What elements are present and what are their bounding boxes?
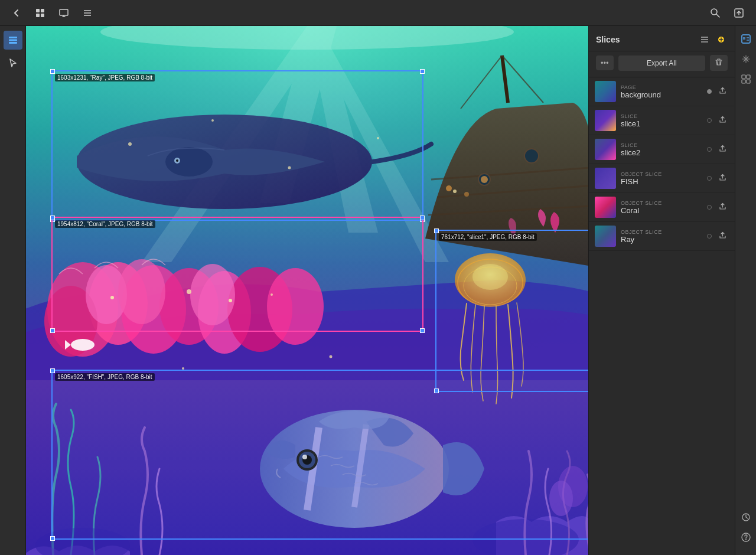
effects-icon-button[interactable] <box>738 51 754 67</box>
slice-dot-slice1 <box>707 118 712 123</box>
svg-point-44 <box>271 293 273 296</box>
svg-rect-76 <box>747 37 749 38</box>
grid-view-button[interactable] <box>31 5 50 21</box>
svg-point-69 <box>549 481 573 516</box>
slice-item-slice1[interactable]: Slice slice1 <box>589 106 735 135</box>
svg-point-61 <box>453 190 457 193</box>
slice-info-ray: Object Slice Ray <box>621 229 702 244</box>
history-icon-button[interactable] <box>738 509 754 525</box>
export-slice-fish[interactable] <box>716 172 729 184</box>
slice-item-background[interactable]: Page background <box>589 77 735 106</box>
slice-thumb-fish <box>595 168 616 189</box>
svg-rect-77 <box>747 40 749 41</box>
canvas-area[interactable]: 1603x1231, "Ray", JPEG, RGB 8-bit 1954x8… <box>26 26 588 555</box>
slices-menu-button[interactable] <box>698 33 711 46</box>
slice-info-slice1: Slice slice1 <box>621 113 702 128</box>
slice-info-slice2: Slice slice2 <box>621 142 702 157</box>
cursor-tool-button[interactable] <box>4 53 22 72</box>
slice-type-fish: Object Slice <box>621 171 702 177</box>
export-slice-coral[interactable] <box>716 201 729 213</box>
delete-button[interactable] <box>710 55 728 71</box>
slice-name-fish: FISH <box>621 177 702 186</box>
slice-dot-slice2 <box>707 147 712 152</box>
slice-name-slice1: slice1 <box>621 119 702 128</box>
slice-type-background: Page <box>621 84 702 90</box>
slice-name-background: background <box>621 90 702 99</box>
export-slice-ray[interactable] <box>716 230 729 242</box>
svg-point-20 <box>176 159 178 162</box>
export-slice-slice2[interactable] <box>716 143 729 155</box>
grid-icon-button[interactable] <box>738 71 754 87</box>
svg-point-64 <box>446 185 452 191</box>
slice-thumb-slice1 <box>595 110 616 131</box>
main-area: 1603x1231, "Ray", JPEG, RGB 8-bit 1954x8… <box>0 26 756 555</box>
svg-point-62 <box>182 367 184 370</box>
slice-thumb-ray <box>595 226 616 247</box>
svg-rect-4 <box>60 9 68 15</box>
slices-header: Slices <box>589 26 735 51</box>
svg-point-84 <box>745 539 747 540</box>
slice-name-coral: Coral <box>621 206 702 215</box>
svg-point-57 <box>128 142 132 146</box>
present-button[interactable] <box>54 5 73 21</box>
svg-point-60 <box>377 137 379 139</box>
menu-button[interactable] <box>78 5 97 21</box>
slice-name-slice2: slice2 <box>621 148 702 157</box>
slice-type-ray: Object Slice <box>621 229 702 235</box>
slices-add-button[interactable] <box>715 33 728 46</box>
svg-rect-79 <box>747 75 750 79</box>
slice-dot-background <box>707 89 712 94</box>
left-toolbar <box>0 26 26 555</box>
slice-dot-ray <box>707 234 712 239</box>
slice-info-background: Page background <box>621 84 702 99</box>
help-icon-button[interactable] <box>738 529 754 546</box>
slices-title: Slices <box>596 35 695 44</box>
svg-point-37 <box>267 268 324 345</box>
svg-point-65 <box>464 192 469 197</box>
layer-panel-button[interactable] <box>4 31 22 50</box>
slice-thumb-coral <box>595 197 616 218</box>
layers-icon-button[interactable] <box>738 31 754 47</box>
slice-item-ray[interactable]: Object Slice Ray <box>589 222 735 251</box>
back-button[interactable] <box>7 5 26 21</box>
more-options-button[interactable]: ••• <box>596 56 614 70</box>
svg-rect-81 <box>747 80 750 83</box>
slice-item-slice2[interactable]: Slice slice2 <box>589 135 735 164</box>
svg-point-41 <box>110 296 114 299</box>
slice-item-fish[interactable]: Object Slice FISH <box>589 164 735 193</box>
svg-point-43 <box>229 299 232 302</box>
svg-rect-11 <box>9 37 17 38</box>
svg-point-18 <box>165 147 213 177</box>
export-button[interactable] <box>729 4 749 22</box>
slice-dot-fish <box>707 176 712 181</box>
svg-line-9 <box>716 14 719 17</box>
top-toolbar <box>0 0 756 26</box>
slice-item-coral[interactable]: Object Slice Coral <box>589 193 735 222</box>
svg-rect-1 <box>41 9 44 12</box>
svg-point-56 <box>302 455 307 459</box>
svg-rect-0 <box>36 9 40 12</box>
slice-type-slice2: Slice <box>621 142 702 148</box>
slice-list: Page background Slice slice1 <box>589 77 735 555</box>
svg-point-42 <box>187 289 191 294</box>
svg-rect-80 <box>742 80 745 83</box>
export-slice-background[interactable] <box>716 86 729 97</box>
svg-rect-75 <box>743 37 745 40</box>
svg-point-39 <box>118 259 165 324</box>
export-all-button[interactable]: Export All <box>618 56 705 71</box>
slice-info-fish: Object Slice FISH <box>621 171 702 186</box>
export-slice-slice1[interactable] <box>716 115 729 126</box>
svg-point-58 <box>211 119 214 122</box>
svg-point-63 <box>330 355 333 358</box>
search-button[interactable] <box>705 4 725 22</box>
svg-rect-13 <box>9 42 17 44</box>
slice-name-ray: Ray <box>621 235 702 244</box>
bottom-icons <box>738 509 754 550</box>
svg-point-59 <box>288 166 291 169</box>
svg-point-45 <box>71 339 94 351</box>
slice-info-coral: Object Slice Coral <box>621 200 702 215</box>
slice-type-coral: Object Slice <box>621 200 702 206</box>
svg-rect-78 <box>742 75 745 79</box>
export-row: ••• Export All <box>589 51 735 77</box>
svg-point-49 <box>472 264 508 290</box>
